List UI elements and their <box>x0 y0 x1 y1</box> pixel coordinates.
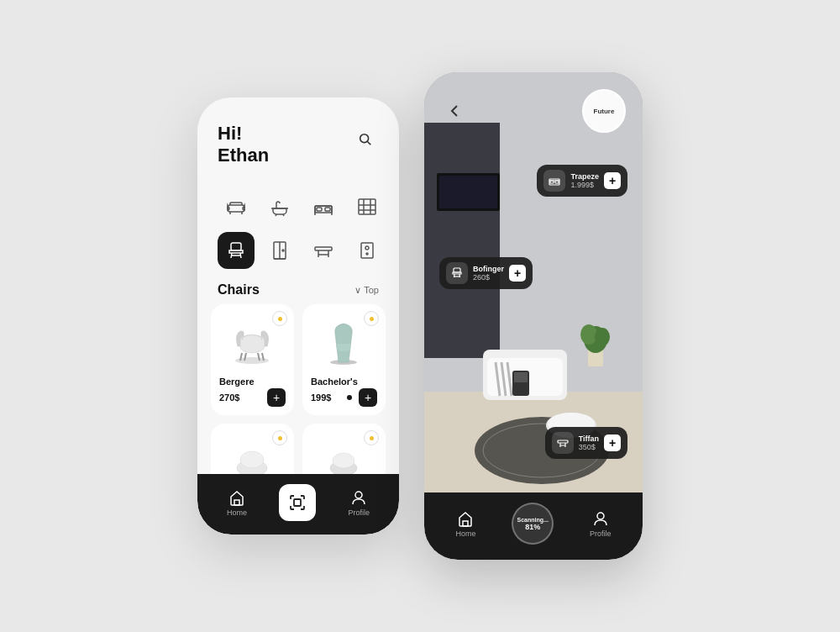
nav-home-left[interactable]: Home <box>227 489 247 517</box>
product-price-row-bergere: 270$ + <box>219 388 286 407</box>
bookmark-chair4[interactable] <box>364 430 379 445</box>
ar-tag-name-bofinger: Bofinger <box>473 265 504 273</box>
svg-line-6 <box>276 214 276 216</box>
chair-bachelors-svg <box>317 317 371 367</box>
category-shelf[interactable] <box>349 188 386 225</box>
ar-tag-tiffan: Tiffan 350$ + <box>545 427 627 459</box>
bed-icon-tag <box>549 175 560 187</box>
search-button[interactable] <box>352 126 379 153</box>
product-name-bachelors: Bachelor's <box>311 377 377 387</box>
product-price-row-bachelors: 199$ + <box>311 388 377 407</box>
svg-rect-29 <box>315 247 332 250</box>
room-scene <box>424 72 643 560</box>
category-organizer[interactable] <box>349 232 386 269</box>
nav-profile-right[interactable]: Profile <box>590 510 612 538</box>
nav-profile-left[interactable]: Profile <box>348 489 370 517</box>
add-bergere-button[interactable]: + <box>267 388 286 407</box>
product-name-bergere: Bergere <box>219 377 286 387</box>
ar-tag-info-bofinger: Bofinger 260$ <box>473 265 504 282</box>
ar-tag-trapeze: Trapeze 1.999$ + <box>537 165 627 197</box>
ar-tag-price-trapeze: 1.999$ <box>570 181 599 189</box>
bookmark-bachelors[interactable] <box>364 311 379 326</box>
svg-line-77 <box>454 274 455 277</box>
profile-icon-left <box>350 489 367 506</box>
product-bergere: Bergere 270$ + <box>211 304 294 415</box>
sort-button[interactable]: ∨ Top <box>354 285 379 296</box>
greeting: Hi! Ethan <box>218 123 269 166</box>
ar-tag-price-bofinger: 260$ <box>473 273 504 282</box>
phones-container: Hi! Ethan <box>197 72 643 560</box>
back-button[interactable] <box>441 97 468 124</box>
ar-tag-add-bofinger[interactable]: + <box>509 265 526 282</box>
svg-point-45 <box>240 451 264 468</box>
nav-scan-button[interactable] <box>279 484 316 521</box>
ar-tag-name-trapeze: Trapeze <box>570 172 599 181</box>
svg-point-85 <box>597 513 604 519</box>
add-bachelors-button[interactable]: + <box>359 388 377 407</box>
left-bottom-nav: Home Profile <box>197 474 399 535</box>
svg-point-0 <box>360 134 369 143</box>
category-chair[interactable] <box>218 232 255 269</box>
scanning-label: Scanning... <box>517 517 549 523</box>
ar-tag-add-trapeze[interactable]: + <box>604 172 621 189</box>
ar-tag-icon-trapeze <box>543 170 565 192</box>
ar-tag-icon-bofinger <box>446 262 468 284</box>
svg-rect-21 <box>231 243 241 250</box>
svg-point-27 <box>282 250 284 251</box>
nav-home-label-right: Home <box>455 529 475 538</box>
svg-line-78 <box>459 274 460 277</box>
bookmark-dot-chair4 <box>370 436 374 440</box>
svg-point-66 <box>595 328 610 346</box>
selected-dot-bachelors <box>347 395 352 400</box>
search-icon <box>358 132 373 147</box>
ar-tag-price-tiffan: 350$ <box>579 443 599 451</box>
products-grid: Bergere 270$ + <box>197 304 399 474</box>
category-bed[interactable] <box>305 188 342 225</box>
ar-header: Future <box>424 89 643 133</box>
room-bg <box>424 72 643 560</box>
ar-tag-info-tiffan: Tiffan 350$ <box>579 434 599 451</box>
svg-rect-84 <box>463 521 468 526</box>
svg-point-65 <box>580 324 597 345</box>
nav-profile-label: Profile <box>348 508 370 517</box>
bookmark-bergere[interactable] <box>272 311 287 326</box>
product-price-bachelors: 199$ <box>311 392 331 403</box>
product-chair4 <box>302 424 386 474</box>
svg-rect-12 <box>325 208 330 211</box>
category-table[interactable] <box>305 232 342 269</box>
category-bath[interactable] <box>261 188 298 225</box>
brand-name: Future <box>594 108 615 115</box>
svg-rect-55 <box>439 176 497 208</box>
category-sofa[interactable] <box>218 188 255 225</box>
bookmark-dot <box>278 317 282 321</box>
svg-rect-8 <box>315 206 332 213</box>
home-icon-right <box>457 510 474 527</box>
chair-icon-tag <box>451 267 463 279</box>
svg-rect-11 <box>317 208 322 211</box>
ar-tag-add-tiffan[interactable]: + <box>604 434 621 451</box>
chair-bergere-svg <box>225 317 280 367</box>
left-phone: Hi! Ethan <box>197 97 399 535</box>
profile-icon-right <box>592 510 609 527</box>
nav-home-label: Home <box>227 508 247 517</box>
home-icon <box>228 489 245 506</box>
svg-rect-33 <box>361 243 373 258</box>
bookmark-chair3[interactable] <box>272 430 287 445</box>
svg-rect-50 <box>294 499 301 506</box>
section-title: Chairs <box>218 282 260 298</box>
right-phone: Future Trapeze 1.999$ + <box>424 72 643 560</box>
scan-icon <box>288 493 307 512</box>
right-bottom-nav: Home Scanning... 81% Profile <box>424 492 643 560</box>
ar-tag-name-tiffan: Tiffan <box>579 434 599 443</box>
bookmark-dot-bachelors <box>370 317 374 321</box>
ar-tag-bofinger: Bofinger 260$ + <box>439 257 533 289</box>
scanning-button[interactable]: Scanning... 81% <box>512 503 554 545</box>
table-icon-tag <box>557 437 569 449</box>
nav-home-right[interactable]: Home <box>455 510 475 538</box>
product-bachelors: Bachelor's 199$ + <box>302 304 386 415</box>
svg-point-51 <box>355 492 362 498</box>
svg-line-7 <box>283 214 284 216</box>
brand-badge: Future <box>582 89 626 133</box>
category-door[interactable] <box>261 232 298 269</box>
svg-rect-49 <box>234 500 239 505</box>
